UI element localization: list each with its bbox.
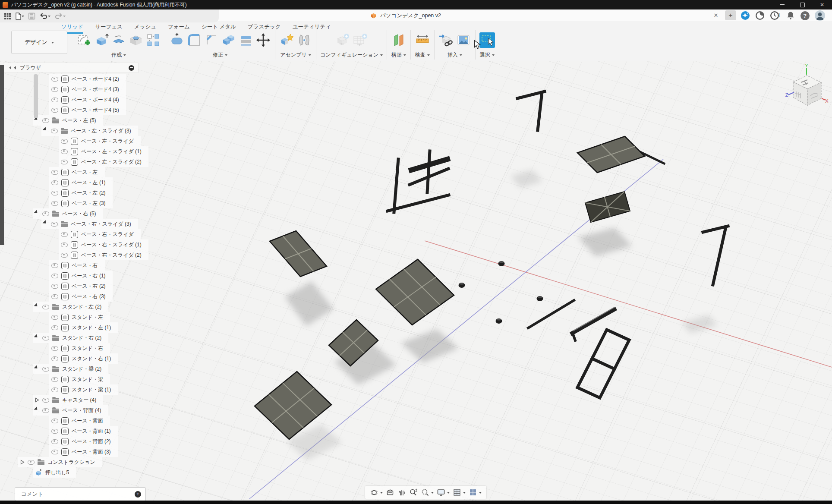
expanded-triangle-icon[interactable] (34, 406, 41, 413)
dropdown-caret-icon[interactable] (380, 492, 383, 495)
group-select-label[interactable]: 選択 (480, 51, 495, 59)
visibility-eye-icon[interactable] (42, 398, 49, 403)
app-grid-button[interactable] (4, 13, 11, 19)
chamfer-button[interactable] (204, 32, 219, 48)
avatar[interactable] (815, 10, 825, 21)
view-cube[interactable]: Y Z X (784, 63, 829, 110)
visibility-eye-icon[interactable] (51, 294, 58, 299)
close-button[interactable]: ✕ (812, 0, 832, 9)
visibility-eye-icon[interactable] (51, 129, 58, 133)
visibility-eye-icon[interactable] (42, 305, 49, 309)
visibility-eye-icon[interactable] (51, 346, 58, 351)
browser-row[interactable]: ベース・ボード4 (3) (49, 84, 126, 94)
visibility-eye-icon[interactable] (51, 98, 58, 102)
visibility-eye-icon[interactable] (51, 222, 58, 227)
browser-row[interactable]: ベース・右・スライダ (59, 229, 141, 239)
browser-row[interactable]: ベース・左 (3) (49, 198, 113, 208)
browser-row[interactable]: スタンド・梁 (2) (33, 364, 108, 374)
browser-row[interactable]: ベース・左 (1) (49, 177, 113, 188)
group-configuration-label[interactable]: コンフィギュレーション (320, 51, 383, 59)
dropdown-caret-icon[interactable] (479, 492, 482, 495)
group-construct-label[interactable]: 構築 (391, 51, 406, 59)
expanded-triangle-icon[interactable] (34, 210, 41, 216)
browser-row[interactable]: ベース・ボード4 (5) (49, 105, 126, 115)
browser-row[interactable]: ベース・左・スライダ (2) (59, 157, 148, 167)
browser-row[interactable]: キャスター (4) (33, 395, 103, 405)
browser-row[interactable]: ベース・左 (5) (33, 115, 103, 126)
visibility-eye-icon[interactable] (51, 325, 58, 330)
create-sketch-button[interactable] (76, 32, 92, 48)
browser-scrollbar[interactable] (34, 74, 38, 118)
joint-button[interactable] (296, 32, 312, 48)
visibility-eye-icon[interactable] (51, 387, 58, 392)
visibility-eye-icon[interactable] (28, 460, 35, 465)
browser-row[interactable]: ベース・右 (5) (33, 208, 103, 219)
browser-row[interactable]: コンストラクション (18, 457, 102, 467)
tab-close-button[interactable]: ✕ (712, 11, 720, 19)
visibility-eye-icon[interactable] (51, 201, 58, 206)
display-settings-button[interactable] (436, 488, 446, 497)
browser-row[interactable]: ベース・左 (49, 167, 105, 177)
browser-row[interactable]: ベース・右・スライダ (1) (59, 239, 148, 250)
bell-icon[interactable] (786, 11, 795, 20)
extensions-sparkle-icon[interactable] (741, 11, 750, 20)
minimize-button[interactable] (772, 0, 792, 9)
browser-row[interactable]: スタンド・左 (1) (49, 322, 118, 333)
browser-row[interactable]: スタンド・右 (2) (33, 333, 108, 343)
browser-row[interactable]: ベース・右・スライダ (3) (41, 219, 138, 229)
file-menu-button[interactable] (15, 13, 24, 20)
new-tab-button[interactable]: + (725, 10, 736, 20)
browser-row[interactable]: ベース・背面 (3) (49, 447, 118, 457)
visibility-eye-icon[interactable] (51, 284, 58, 289)
visibility-eye-icon[interactable] (51, 108, 58, 113)
collapsed-triangle-icon[interactable] (20, 460, 25, 465)
visibility-eye-icon[interactable] (51, 356, 58, 361)
browser-row[interactable]: ベース・左 (2) (49, 188, 113, 198)
undo-button[interactable] (39, 13, 50, 19)
dropdown-caret-icon[interactable] (463, 492, 466, 495)
visibility-eye-icon[interactable] (61, 243, 68, 247)
hole-button[interactable] (128, 32, 144, 48)
comment-bar[interactable]: コメント + (15, 487, 146, 501)
workspace-selector[interactable]: デザイン (11, 31, 67, 54)
visibility-eye-icon[interactable] (51, 450, 58, 454)
visibility-eye-icon[interactable] (51, 377, 58, 382)
construct-plane-button[interactable] (391, 32, 407, 48)
browser-row[interactable]: スタンド・左 (49, 312, 110, 322)
visibility-eye-icon[interactable] (51, 315, 58, 320)
collapsed-triangle-icon[interactable] (35, 397, 39, 403)
browser-row[interactable]: ベース・右 (2) (49, 281, 113, 291)
select-button[interactable] (479, 32, 495, 48)
panel-options-icon[interactable] (129, 65, 134, 71)
visibility-eye-icon[interactable] (51, 419, 58, 423)
expanded-triangle-icon[interactable] (43, 127, 49, 133)
move-button[interactable] (255, 32, 271, 48)
browser-row[interactable]: 押し出し5 (33, 467, 76, 478)
add-comment-button[interactable]: + (135, 491, 141, 498)
visibility-eye-icon[interactable] (51, 180, 58, 185)
expanded-triangle-icon[interactable] (34, 334, 41, 340)
browser-row[interactable]: ベース・背面 (49, 416, 110, 426)
visibility-eye-icon[interactable] (42, 118, 49, 123)
job-status-icon[interactable] (755, 11, 765, 20)
insert-image-button[interactable] (456, 32, 471, 48)
visibility-eye-icon[interactable] (42, 367, 49, 372)
browser-row[interactable]: ベース・ボード4 (4) (49, 94, 126, 105)
visibility-eye-icon[interactable] (51, 170, 58, 175)
dropdown-caret-icon[interactable] (431, 492, 434, 495)
maximize-button[interactable] (792, 0, 812, 9)
document-tab[interactable]: パソコンデスク_open v2 (370, 11, 441, 20)
browser-row[interactable]: ベース・背面 (4) (33, 405, 108, 416)
expanded-triangle-icon[interactable] (34, 303, 41, 309)
browser-row[interactable]: ベース・ボード4 (2) (49, 74, 126, 84)
visibility-eye-icon[interactable] (61, 160, 68, 164)
notifications-center[interactable]: 1 (770, 11, 781, 20)
browser-row[interactable]: スタンド・梁 (1) (49, 384, 118, 395)
visibility-eye-icon[interactable] (61, 232, 68, 237)
visibility-eye-icon[interactable] (51, 191, 58, 195)
group-assemble-label[interactable]: アセンブリ (280, 51, 311, 59)
zoom-button[interactable] (409, 488, 418, 497)
browser-row[interactable]: スタンド・左 (2) (33, 302, 108, 312)
visibility-eye-icon[interactable] (42, 336, 49, 340)
browser-row[interactable]: ベース・右 (3) (49, 291, 113, 302)
